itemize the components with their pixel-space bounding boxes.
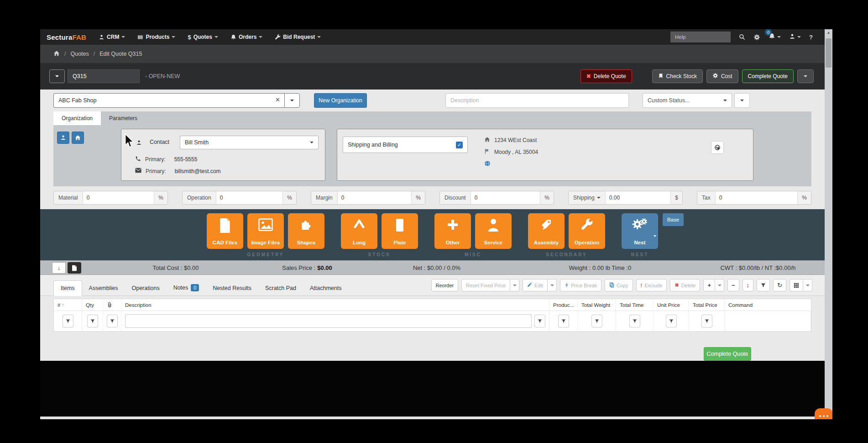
custom-status-select[interactable]: Custom Status... bbox=[643, 93, 732, 108]
columns-dropdown[interactable] bbox=[803, 279, 812, 291]
plate-tile[interactable]: Plate bbox=[382, 213, 418, 249]
filter-icon[interactable] bbox=[63, 315, 73, 327]
remove-item-button[interactable]: − bbox=[727, 279, 739, 291]
filter-icon[interactable] bbox=[87, 315, 98, 327]
column-header-qty[interactable]: Qty bbox=[82, 299, 103, 311]
tab-attachments[interactable]: Attachments bbox=[303, 281, 348, 295]
column-header-number[interactable]: #↑ bbox=[54, 299, 82, 311]
column-header-description[interactable]: Description bbox=[121, 299, 549, 311]
margin-input[interactable] bbox=[338, 191, 412, 204]
tab-organization[interactable]: Organization bbox=[53, 111, 101, 125]
shipping-billing-box[interactable]: Shipping and Billing ✓ bbox=[343, 137, 468, 153]
quote-collapse-button[interactable] bbox=[49, 69, 65, 83]
tab-parameters[interactable]: Parameters bbox=[101, 111, 146, 125]
delete-quote-button[interactable]: ✖Delete Quote bbox=[580, 69, 632, 83]
help-question-icon[interactable]: ? bbox=[809, 34, 813, 41]
column-header-total-weight[interactable]: Total Weight bbox=[578, 299, 616, 311]
collapse-arrow-button[interactable]: ↓ bbox=[52, 262, 66, 274]
filter-icon[interactable] bbox=[534, 315, 545, 327]
column-header-total-price[interactable]: Total Price bbox=[689, 299, 725, 311]
reorder-button[interactable]: Reorder bbox=[431, 279, 459, 291]
delete-button[interactable]: ✖Delete bbox=[670, 279, 700, 291]
notifications-button[interactable]: 0 bbox=[769, 33, 781, 41]
tab-nested-results[interactable]: Nested Results bbox=[206, 281, 258, 295]
home-icon[interactable] bbox=[53, 50, 60, 58]
reset-fixed-price-dropdown[interactable] bbox=[510, 279, 519, 291]
copy-button[interactable]: Copy bbox=[605, 279, 633, 291]
description-filter-input[interactable] bbox=[125, 314, 532, 328]
edit-dropdown[interactable] bbox=[548, 279, 557, 291]
complete-quote-button[interactable]: Complete Quote bbox=[742, 69, 794, 83]
expand-rows-button[interactable]: ↕ bbox=[743, 279, 754, 291]
map-globe-button[interactable] bbox=[711, 141, 724, 154]
custom-status-dropdown-button[interactable] bbox=[734, 93, 750, 108]
menu-quotes[interactable]: $ Quotes bbox=[188, 34, 218, 41]
shipping-input[interactable] bbox=[606, 191, 671, 204]
operation-input[interactable] bbox=[216, 191, 283, 204]
organization-dropdown-button[interactable] bbox=[284, 93, 300, 108]
user-menu-button[interactable] bbox=[789, 33, 801, 41]
column-header-attachment[interactable] bbox=[103, 299, 121, 311]
new-organization-button[interactable]: New Organization bbox=[314, 93, 367, 108]
add-item-button[interactable]: + bbox=[703, 279, 715, 291]
shapes-tile[interactable]: Shapes bbox=[288, 213, 324, 249]
column-header-unit-price[interactable]: Unit Price bbox=[654, 299, 689, 311]
menu-products[interactable]: Products bbox=[137, 34, 175, 40]
filter-icon[interactable] bbox=[629, 315, 640, 327]
scrollbar-up-arrow[interactable]: ▲ bbox=[825, 31, 832, 35]
check-stock-button[interactable]: Check Stock bbox=[652, 69, 703, 83]
vertical-scrollbar[interactable]: ▲ bbox=[825, 29, 832, 417]
tab-items[interactable]: Items bbox=[53, 280, 82, 296]
filter-icon[interactable] bbox=[558, 315, 569, 327]
more-actions-button[interactable] bbox=[797, 69, 814, 83]
chat-widget-button[interactable] bbox=[815, 408, 832, 419]
base-button[interactable]: Base bbox=[663, 213, 684, 226]
cad-files-tile[interactable]: CAD Files bbox=[207, 213, 243, 249]
contact-select[interactable]: Bill Smith bbox=[180, 136, 319, 149]
quote-number-input[interactable] bbox=[68, 69, 140, 83]
reset-fixed-price-button[interactable]: Reset Fixed Price bbox=[461, 279, 510, 291]
clear-icon[interactable]: ✕ bbox=[275, 96, 280, 103]
tax-input[interactable] bbox=[716, 191, 798, 204]
tab-scratch-pad[interactable]: Scratch Pad bbox=[258, 281, 303, 295]
exclude-button[interactable]: !Exclude bbox=[636, 279, 667, 291]
filter-icon[interactable] bbox=[666, 315, 677, 327]
tab-assemblies[interactable]: Assemblies bbox=[82, 281, 125, 295]
price-break-button[interactable]: Price Break bbox=[560, 279, 601, 291]
breadcrumb-quotes[interactable]: Quotes bbox=[70, 51, 89, 57]
column-header-total-time[interactable]: Total Time bbox=[616, 299, 654, 311]
tab-operations[interactable]: Operations bbox=[125, 281, 166, 295]
brand-logo[interactable]: SecturaFAB bbox=[47, 33, 86, 41]
organization-input[interactable] bbox=[53, 93, 284, 108]
other-tile[interactable]: Other bbox=[434, 213, 471, 249]
help-button[interactable]: Help bbox=[670, 32, 731, 42]
shipping-billing-checkbox[interactable]: ✓ bbox=[456, 142, 463, 148]
discount-input[interactable] bbox=[471, 191, 540, 204]
operation-tile[interactable]: Operation bbox=[569, 213, 605, 249]
column-header-product[interactable]: Produc... bbox=[549, 299, 578, 311]
document-button[interactable] bbox=[68, 262, 81, 274]
filter-icon[interactable] bbox=[591, 315, 602, 327]
add-item-dropdown[interactable] bbox=[715, 279, 724, 291]
material-input[interactable] bbox=[83, 191, 154, 204]
refresh-button[interactable]: ↻ bbox=[773, 279, 786, 291]
shipping-dropdown[interactable]: Shipping bbox=[569, 191, 606, 204]
tab-notes[interactable]: Notes0 bbox=[167, 280, 206, 295]
contact-person-button[interactable] bbox=[57, 132, 69, 144]
assembly-tile[interactable]: Assembly bbox=[528, 213, 565, 249]
filter-icon[interactable] bbox=[701, 315, 712, 327]
menu-bid-request[interactable]: Bid Request bbox=[275, 34, 321, 40]
menu-orders[interactable]: Orders bbox=[230, 34, 262, 40]
gear-icon[interactable] bbox=[753, 34, 760, 41]
filter-icon[interactable] bbox=[107, 315, 118, 327]
description-input[interactable] bbox=[445, 93, 629, 108]
organization-home-button[interactable] bbox=[72, 132, 84, 144]
scrollbar-thumb[interactable] bbox=[826, 38, 831, 68]
nest-tile[interactable]: Nest bbox=[622, 213, 658, 249]
service-tile[interactable]: Service bbox=[475, 213, 512, 249]
long-tile[interactable]: Long bbox=[341, 213, 377, 249]
edit-button[interactable]: Edit bbox=[523, 279, 548, 291]
cost-button[interactable]: Cost bbox=[706, 69, 738, 83]
search-icon[interactable] bbox=[739, 34, 745, 40]
menu-crm[interactable]: CRM bbox=[99, 34, 125, 40]
